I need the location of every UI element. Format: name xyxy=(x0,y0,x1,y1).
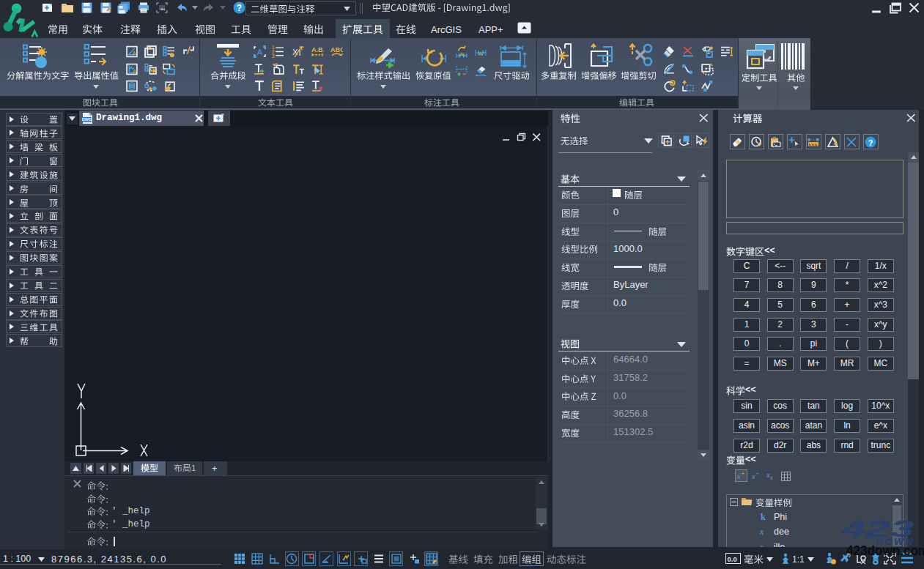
svg-text:A: A xyxy=(133,50,136,56)
svg-text:A: A xyxy=(459,51,464,58)
svg-text:?: ? xyxy=(868,138,873,146)
svg-text:?: ? xyxy=(237,3,242,13)
svg-text:A: A xyxy=(478,51,483,57)
svg-text:A: A xyxy=(133,68,136,75)
svg-text:ABC: ABC xyxy=(330,46,343,53)
svg-text:X: X xyxy=(292,47,298,56)
svg-text:DWG: DWG xyxy=(82,117,92,122)
svg-text:3: 3 xyxy=(272,53,275,58)
svg-text:A.B.C: A.B.C xyxy=(311,46,324,53)
svg-text:A: A xyxy=(257,48,263,56)
